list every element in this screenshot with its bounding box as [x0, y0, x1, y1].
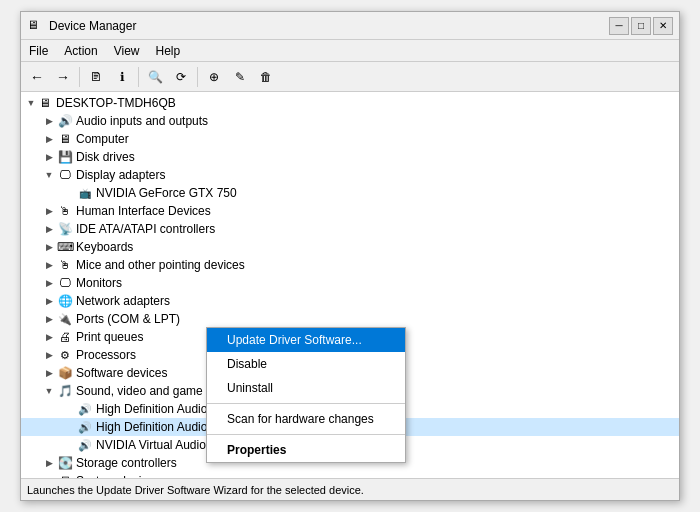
disk-label: Disk drives [76, 150, 135, 164]
tree-root[interactable]: ▼ 🖥 DESKTOP-TMDH6QB [21, 94, 679, 112]
ide-expander[interactable]: ▶ [41, 221, 57, 237]
keyboards-expander[interactable]: ▶ [41, 239, 57, 255]
hd-audio-device-icon: 🔊 [77, 401, 93, 417]
system-label: System devices [76, 474, 160, 478]
computer-icon: 🖥 [37, 95, 53, 111]
hid-expander[interactable]: ▶ [41, 203, 57, 219]
system-expander[interactable]: ▶ [41, 473, 57, 478]
context-menu-scan[interactable]: Scan for hardware changes [207, 407, 405, 431]
content-area: ▼ 🖥 DESKTOP-TMDH6QB ▶ 🔊 Audio inputs and… [21, 92, 679, 478]
context-menu-sep2 [207, 434, 405, 435]
processors-icon: ⚙ [57, 347, 73, 363]
ports-icon: 🔌 [57, 311, 73, 327]
software-label: Software devices [76, 366, 167, 380]
computer-label: Computer [76, 132, 129, 146]
print-expander[interactable]: ▶ [41, 329, 57, 345]
menu-file[interactable]: File [21, 42, 56, 59]
nvidia-gtx-label: NVIDIA GeForce GTX 750 [96, 186, 237, 200]
title-bar: 🖥 Device Manager ─ □ ✕ [21, 12, 679, 40]
mice-expander[interactable]: ▶ [41, 257, 57, 273]
storage-icon: 💽 [57, 455, 73, 471]
context-menu-disable[interactable]: Disable [207, 352, 405, 376]
sound-expander[interactable]: ▼ [41, 383, 57, 399]
toolbar-search[interactable]: 🔍 [143, 65, 167, 89]
tree-item-mice[interactable]: ▶ 🖱 Mice and other pointing devices [21, 256, 679, 274]
ports-expander[interactable]: ▶ [41, 311, 57, 327]
window-title: Device Manager [49, 19, 136, 33]
toolbar-info[interactable]: ℹ [110, 65, 134, 89]
close-button[interactable]: ✕ [653, 17, 673, 35]
tree-item-display[interactable]: ▼ 🖵 Display adapters [21, 166, 679, 184]
software-icon: 📦 [57, 365, 73, 381]
computer-expander[interactable]: ▶ [41, 131, 57, 147]
processors-label: Processors [76, 348, 136, 362]
disk-expander[interactable]: ▶ [41, 149, 57, 165]
tree-item-computer[interactable]: ▶ 🖥 Computer [21, 130, 679, 148]
monitors-expander[interactable]: ▶ [41, 275, 57, 291]
tree-item-nvidia-gtx[interactable]: ▶ 📺 NVIDIA GeForce GTX 750 [21, 184, 679, 202]
menu-action[interactable]: Action [56, 42, 105, 59]
system-icon: 🖥 [57, 473, 73, 478]
mice-icon: 🖱 [57, 257, 73, 273]
toolbar-back[interactable]: ← [25, 65, 49, 89]
audio-io-expander[interactable]: ▶ [41, 113, 57, 129]
sound-icon: 🎵 [57, 383, 73, 399]
context-menu-sep1 [207, 403, 405, 404]
hid-icon: 🖱 [57, 203, 73, 219]
toolbar-remove[interactable]: 🗑 [254, 65, 278, 89]
context-menu-uninstall[interactable]: Uninstall [207, 376, 405, 400]
network-expander[interactable]: ▶ [41, 293, 57, 309]
toolbar-edit[interactable]: ✎ [228, 65, 252, 89]
tree-item-network[interactable]: ▶ 🌐 Network adapters [21, 292, 679, 310]
minimize-button[interactable]: ─ [609, 17, 629, 35]
toolbar-add[interactable]: ⊕ [202, 65, 226, 89]
window-controls: ─ □ ✕ [609, 17, 673, 35]
context-menu-properties[interactable]: Properties [207, 438, 405, 462]
nvidia-audio-label: NVIDIA Virtual Audio... [96, 438, 216, 452]
monitors-label: Monitors [76, 276, 122, 290]
display-expander[interactable]: ▼ [41, 167, 57, 183]
hd-audio-label: High Definition Audio [96, 420, 207, 434]
network-label: Network adapters [76, 294, 170, 308]
hd-audio-icon: 🔊 [77, 419, 93, 435]
software-expander[interactable]: ▶ [41, 365, 57, 381]
title-bar-left: 🖥 Device Manager [27, 18, 136, 34]
root-label: DESKTOP-TMDH6QB [56, 96, 176, 110]
maximize-button[interactable]: □ [631, 17, 651, 35]
menu-bar: File Action View Help [21, 40, 679, 62]
toolbar-properties[interactable]: 🖹 [84, 65, 108, 89]
tree-item-keyboards[interactable]: ▶ ⌨ Keyboards [21, 238, 679, 256]
toolbar-forward[interactable]: → [51, 65, 75, 89]
app-icon: 🖥 [27, 18, 43, 34]
tree-item-hid[interactable]: ▶ 🖱 Human Interface Devices [21, 202, 679, 220]
tree-item-disk[interactable]: ▶ 💾 Disk drives [21, 148, 679, 166]
toolbar-sep2 [138, 67, 139, 87]
audio-io-icon: 🔊 [57, 113, 73, 129]
toolbar-sep3 [197, 67, 198, 87]
toolbar-refresh[interactable]: ⟳ [169, 65, 193, 89]
status-bar: Launches the Update Driver Software Wiza… [21, 478, 679, 500]
tree-item-monitors[interactable]: ▶ 🖵 Monitors [21, 274, 679, 292]
tree-item-system[interactable]: ▶ 🖥 System devices [21, 472, 679, 478]
status-text: Launches the Update Driver Software Wiza… [27, 484, 364, 496]
context-menu-update-driver[interactable]: Update Driver Software... [207, 328, 405, 352]
print-icon: 🖨 [57, 329, 73, 345]
computer-icon2: 🖥 [57, 131, 73, 147]
menu-view[interactable]: View [106, 42, 148, 59]
ide-icon: 📡 [57, 221, 73, 237]
toolbar-sep1 [79, 67, 80, 87]
processors-expander[interactable]: ▶ [41, 347, 57, 363]
nvidia-audio-icon: 🔊 [77, 437, 93, 453]
root-expander[interactable]: ▼ [21, 95, 37, 111]
ports-label: Ports (COM & LPT) [76, 312, 180, 326]
toolbar: ← → 🖹 ℹ 🔍 ⟳ ⊕ ✎ 🗑 [21, 62, 679, 92]
display-label: Display adapters [76, 168, 165, 182]
nvidia-gtx-icon: 📺 [77, 185, 93, 201]
audio-io-label: Audio inputs and outputs [76, 114, 208, 128]
menu-help[interactable]: Help [148, 42, 189, 59]
storage-expander[interactable]: ▶ [41, 455, 57, 471]
print-label: Print queues [76, 330, 143, 344]
tree-item-ports[interactable]: ▶ 🔌 Ports (COM & LPT) [21, 310, 679, 328]
tree-item-audio-io[interactable]: ▶ 🔊 Audio inputs and outputs [21, 112, 679, 130]
tree-item-ide[interactable]: ▶ 📡 IDE ATA/ATAPI controllers [21, 220, 679, 238]
